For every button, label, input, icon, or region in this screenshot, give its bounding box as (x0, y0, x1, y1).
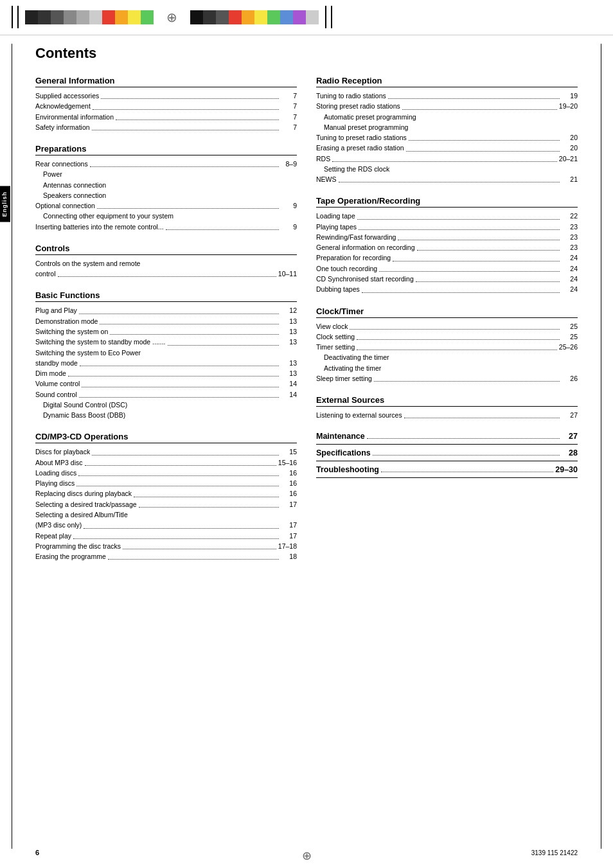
toc-entry: CD Synchronised start recording 24 (316, 274, 578, 284)
toc-entry: standby mode 13 (35, 358, 297, 368)
toc-entry: Playing tapes 23 (316, 222, 578, 232)
toc-entry: Loading discs 16 (35, 468, 297, 478)
toc-entry: Tuning to preset radio stations 20 (316, 132, 578, 143)
toc-entry-maintenance: Maintenance 27 (316, 432, 578, 441)
toc-entry: (MP3 disc only) 17 (35, 520, 297, 530)
color-block (203, 10, 216, 24)
toc-entry: Storing preset radio stations 19–20 (316, 101, 578, 111)
color-block (267, 10, 280, 24)
section-title-external-sources: External Sources (316, 395, 578, 407)
content-area: Contents General Information Supplied ac… (0, 35, 613, 599)
color-block (128, 10, 141, 24)
toc-sub-entry: Speakers connection (35, 190, 297, 200)
toc-entry: Timer setting 25–26 (316, 342, 578, 352)
document-number: 3139 115 21422 (531, 849, 578, 856)
toc-left-column: General Information Supplied accessories… (35, 76, 297, 573)
toc-entry: Erasing a preset radio station 20 (316, 143, 578, 153)
toc-entry-replacing-discs: Replacing discs during playback 16 (35, 488, 297, 499)
color-block (242, 10, 254, 24)
toc-sub-entry: Power (35, 169, 297, 179)
divider (316, 461, 578, 461)
toc-entry: Environmental information 7 (35, 112, 297, 122)
toc-columns: General Information Supplied accessories… (35, 76, 578, 573)
toc-entry: Clock setting 25 (316, 332, 578, 342)
toc-entry: Controls on the system and remote (35, 258, 297, 269)
color-block (76, 10, 89, 24)
toc-entry: Acknowledgement 7 (35, 101, 297, 111)
crosshair-symbol: ⊕ (166, 10, 177, 25)
section-title-cd-operations: CD/MP3-CD Operations (35, 432, 297, 443)
toc-entry: Demonstration mode 13 (35, 316, 297, 326)
toc-entry: Tuning to radio stations 19 (316, 91, 578, 101)
section-controls: Controls Controls on the system and remo… (35, 244, 297, 279)
section-title-radio-reception: Radio Reception (316, 76, 578, 87)
toc-sub-entry: Dynamic Bass Boost (DBB) (35, 410, 297, 420)
section-title-tape-operation: Tape Operation/Recording (316, 196, 578, 208)
toc-right-column: Radio Reception Tuning to radio stations… (316, 76, 578, 573)
divider (316, 444, 578, 445)
section-tape-operation: Tape Operation/Recording Loading tape 22… (316, 196, 578, 294)
toc-entry: Discs for playback 15 (35, 447, 297, 457)
color-block (293, 10, 306, 24)
color-block (141, 10, 154, 24)
color-block (89, 10, 102, 24)
section-troubleshooting: Troubleshooting 29–30 (316, 465, 578, 478)
divider (316, 477, 578, 478)
toc-entry-one-touch-recording: One touch recording 24 (316, 263, 578, 274)
section-title-controls: Controls (35, 244, 297, 255)
color-block (51, 10, 64, 24)
page-title: Contents (35, 45, 578, 62)
color-block (216, 10, 229, 24)
toc-entry: Dubbing tapes 24 (316, 284, 578, 294)
toc-entry: Preparation for recording 24 (316, 252, 578, 263)
section-clock-timer: Clock/Timer View clock 25 Clock setting … (316, 306, 578, 384)
toc-entry: Switching the system to standby mode ...… (35, 337, 297, 347)
toc-entry: Optional connection 9 (35, 200, 297, 211)
toc-entry: Safety information 7 (35, 122, 297, 132)
section-title-preparations: Preparations (35, 144, 297, 155)
toc-entry: Sound control 14 (35, 389, 297, 400)
section-external-sources: External Sources Listening to external s… (316, 395, 578, 420)
color-block (25, 10, 38, 24)
toc-entry: Rear connections 8–9 (35, 159, 297, 169)
toc-entry: Switching the system to Eco Power (35, 348, 297, 358)
toc-entry: Selecting a desired track/passage 17 (35, 499, 297, 509)
color-strip-right (190, 10, 319, 24)
color-block (38, 10, 51, 24)
section-title-general-information: General Information (35, 76, 297, 87)
toc-entry: Selecting a desired Album/Title (35, 509, 297, 520)
toc-entry: About MP3 disc 15–16 (35, 457, 297, 468)
color-block (64, 10, 76, 24)
toc-entry: Loading tape 22 (316, 211, 578, 221)
toc-entry: NEWS 21 (316, 174, 578, 184)
toc-sub-entry: Manual preset programming (316, 122, 578, 132)
section-preparations: Preparations Rear connections 8–9 Power … (35, 144, 297, 232)
section-radio-reception: Radio Reception Tuning to radio stations… (316, 76, 578, 184)
toc-entry: Erasing the programme 18 (35, 551, 297, 562)
color-block (280, 10, 293, 24)
toc-entry: Programming the disc tracks 17–18 (35, 541, 297, 551)
toc-entry: Rewinding/Fast forwarding 23 (316, 232, 578, 242)
toc-entry: Volume control 14 (35, 378, 297, 389)
toc-entry: Repeat play 17 (35, 531, 297, 541)
section-cd-operations: CD/MP3-CD Operations Discs for playback … (35, 432, 297, 562)
toc-sub-entry: Setting the RDS clock (316, 164, 578, 174)
color-block (229, 10, 242, 24)
toc-entry: Sleep timer setting 26 (316, 373, 578, 384)
color-block (254, 10, 267, 24)
color-block (115, 10, 128, 24)
toc-entry: Playing discs 16 (35, 478, 297, 488)
toc-entry: Dim mode 13 (35, 368, 297, 378)
toc-sub-entry: Activating the timer (316, 363, 578, 373)
right-corner-lines (325, 6, 332, 30)
toc-sub-entry: Antennas connection (35, 180, 297, 190)
toc-entry: control 10–11 (35, 269, 297, 279)
color-strip-left (25, 10, 154, 24)
top-decorative-bar: ⊕ (0, 0, 613, 35)
left-corner-lines (12, 6, 25, 30)
color-block (102, 10, 115, 24)
toc-entry: Listening to external sources 27 (316, 410, 578, 420)
toc-entry: Inserting batteries into the remote cont… (35, 222, 297, 232)
section-title-clock-timer: Clock/Timer (316, 306, 578, 318)
toc-entry: RDS 20–21 (316, 154, 578, 164)
